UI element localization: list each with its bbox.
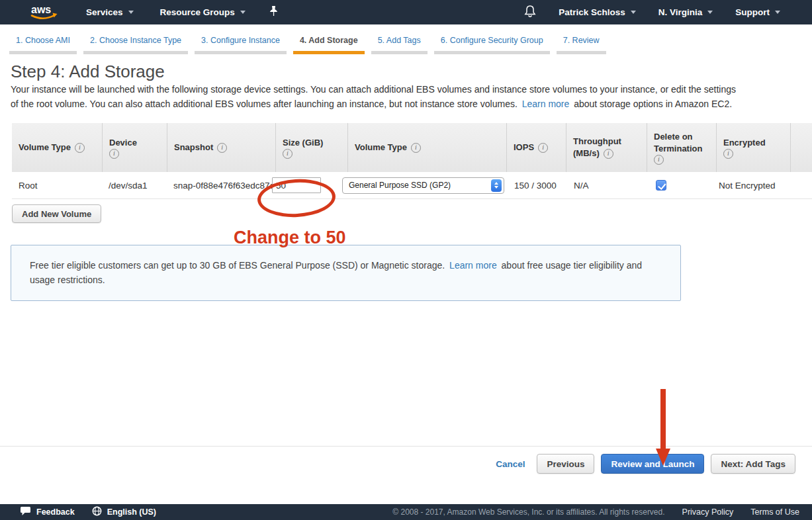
language-button[interactable]: English (US) <box>92 506 156 518</box>
learn-more-link-free-tier[interactable]: Learn more <box>449 260 497 271</box>
col-empty <box>790 123 812 172</box>
speech-bubble-icon <box>20 506 31 518</box>
info-icon[interactable]: i <box>75 143 85 153</box>
cell-throughput: N/A <box>566 181 647 191</box>
col-size-label: Size (GiB) <box>283 137 343 149</box>
info-icon[interactable]: i <box>538 143 548 153</box>
aws-logo[interactable]: aws <box>29 3 60 21</box>
info-icon[interactable]: i <box>604 149 613 159</box>
description-suffix: about storage options in Amazon EC2. <box>574 99 732 109</box>
col-device: Device i <box>102 123 167 172</box>
cell-device: /dev/sda1 <box>102 181 167 191</box>
resource-groups-menu[interactable]: Resource Groups <box>160 7 246 17</box>
storage-table-header: Volume Typei Device i Snapshoti Size (Gi… <box>12 123 812 172</box>
cell-snapshot: snap-0f88e476f63edc87d <box>167 181 275 191</box>
pin-shortcut-button[interactable] <box>269 5 278 19</box>
cancel-link[interactable]: Cancel <box>496 459 525 469</box>
col-throughput-label-1: Throughput <box>573 136 643 148</box>
feedback-button[interactable]: Feedback <box>20 506 75 518</box>
col-snapshot-label: Snapshot <box>174 142 213 153</box>
pin-icon <box>269 5 278 19</box>
cell-volume-type-select: General Purpose SSD (GP2) <box>347 177 506 194</box>
col-encrypted-label: Encrypted <box>723 137 786 149</box>
bell-icon <box>524 5 536 21</box>
tab-configure-instance[interactable]: 3. Configure Instance <box>195 36 287 54</box>
aws-logo-text: aws <box>31 4 51 15</box>
notifications-button[interactable] <box>524 5 536 21</box>
col-delete-label-1: Delete on <box>654 131 712 143</box>
top-navigation-bar: aws Services Resource Groups Patrick Sch… <box>0 0 812 24</box>
col-volume-type: Volume Typei <box>12 123 102 172</box>
wizard-action-bar: Cancel Previous Review and Launch Next: … <box>0 446 812 474</box>
account-name: Patrick Schloss <box>559 7 625 17</box>
support-menu[interactable]: Support <box>735 7 780 17</box>
footer-right-group: © 2008 - 2017, Amazon Web Services, Inc.… <box>392 507 799 517</box>
tab-choose-instance-type[interactable]: 2. Choose Instance Type <box>83 36 188 54</box>
tab-review[interactable]: 7. Review <box>557 36 606 54</box>
storage-table: Volume Typei Device i Snapshoti Size (Gi… <box>12 123 812 199</box>
resource-groups-label: Resource Groups <box>160 7 235 17</box>
page-description: Your instance will be launched with the … <box>11 83 744 111</box>
chevron-down-icon <box>707 11 713 14</box>
info-icon[interactable]: i <box>283 149 293 159</box>
size-input[interactable] <box>272 177 321 193</box>
cell-delete-on-termination <box>647 180 716 191</box>
free-tier-text-main: Free tier eligible customers can get up … <box>30 260 445 271</box>
tab-configure-security-group[interactable]: 6. Configure Security Group <box>434 36 550 54</box>
col-size: Size (GiB) i <box>275 123 347 172</box>
privacy-policy-link[interactable]: Privacy Policy <box>682 507 734 517</box>
cell-iops: 150 / 3000 <box>506 181 566 191</box>
wizard-step-tabs: 1. Choose AMI 2. Choose Instance Type 3.… <box>0 24 812 54</box>
col-delete-label-2: Termination <box>654 143 712 155</box>
info-icon[interactable]: i <box>654 155 664 165</box>
info-icon[interactable]: i <box>723 149 733 159</box>
globe-icon <box>92 506 102 518</box>
select-stepper-icon <box>491 179 502 192</box>
col-volume-type-2-label: Volume Type <box>355 142 407 153</box>
cell-encrypted: Not Encrypted <box>716 181 790 191</box>
feedback-label: Feedback <box>36 507 75 517</box>
info-icon[interactable]: i <box>411 143 421 153</box>
next-add-tags-button[interactable]: Next: Add Tags <box>711 454 795 474</box>
topnav-right-group: Patrick Schloss N. Virginia Support <box>524 5 780 21</box>
col-iops-label: IOPS <box>514 142 534 153</box>
col-device-label: Device <box>109 137 163 149</box>
col-iops: IOPSi <box>506 123 566 172</box>
tab-add-storage[interactable]: 4. Add Storage <box>293 36 365 54</box>
info-icon[interactable]: i <box>109 149 119 159</box>
info-icon[interactable]: i <box>217 143 227 153</box>
terms-of-use-link[interactable]: Terms of Use <box>750 507 799 517</box>
review-and-launch-button[interactable]: Review and Launch <box>601 454 704 474</box>
tab-add-tags[interactable]: 5. Add Tags <box>371 36 428 54</box>
delete-on-termination-checkbox[interactable] <box>656 180 666 191</box>
col-throughput-label-2: (MB/s) <box>573 148 600 159</box>
learn-more-link-storage[interactable]: Learn more <box>522 99 570 109</box>
free-tier-text: Free tier eligible customers can get up … <box>30 260 642 285</box>
page-title: Step 4: Add Storage <box>11 62 812 82</box>
col-volume-type-label: Volume Type <box>19 142 71 153</box>
cell-size <box>275 177 347 193</box>
region-label: N. Virginia <box>658 7 703 17</box>
add-new-volume-button[interactable]: Add New Volume <box>12 204 101 223</box>
col-delete-on-termination: Delete on Termination i <box>647 123 716 172</box>
chevron-down-icon <box>128 11 134 14</box>
free-tier-info-box: Free tier eligible customers can get up … <box>11 245 681 301</box>
region-menu[interactable]: N. Virginia <box>658 7 713 17</box>
chevron-down-icon <box>775 11 780 14</box>
col-encrypted: Encrypted i <box>716 123 790 172</box>
tab-choose-ami[interactable]: 1. Choose AMI <box>9 36 77 54</box>
cell-volume-type: Root <box>12 181 102 191</box>
table-row-root-volume: Root /dev/sda1 snap-0f88e476f63edc87d Ge… <box>12 172 812 199</box>
language-label: English (US) <box>107 507 156 517</box>
col-volume-type-2: Volume Typei <box>347 123 506 172</box>
volume-type-select[interactable]: General Purpose SSD (GP2) <box>342 177 504 194</box>
col-snapshot: Snapshoti <box>167 123 275 172</box>
account-menu[interactable]: Patrick Schloss <box>559 7 636 17</box>
services-menu[interactable]: Services <box>86 7 134 17</box>
volume-type-selected-option: General Purpose SSD (GP2) <box>349 181 451 190</box>
previous-button[interactable]: Previous <box>537 454 594 474</box>
services-label: Services <box>86 7 123 17</box>
chevron-down-icon <box>240 11 246 14</box>
support-label: Support <box>735 7 770 17</box>
copyright-text: © 2008 - 2017, Amazon Web Services, Inc.… <box>392 507 664 517</box>
